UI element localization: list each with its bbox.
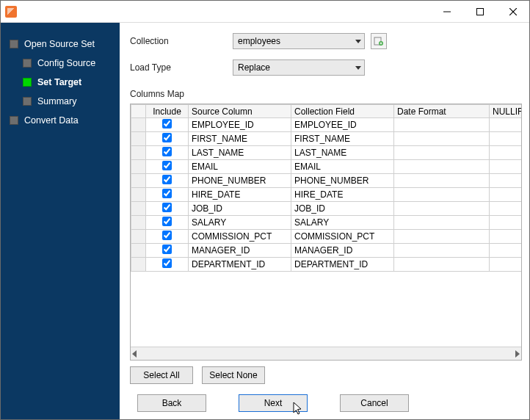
cell-date[interactable] bbox=[394, 132, 490, 146]
header-include[interactable]: Include bbox=[146, 105, 189, 118]
row-header[interactable] bbox=[131, 174, 146, 188]
add-collection-button[interactable] bbox=[371, 33, 387, 49]
cancel-button[interactable]: Cancel bbox=[340, 394, 409, 412]
include-checkbox[interactable] bbox=[162, 217, 172, 226]
cell-nullif[interactable] bbox=[490, 258, 522, 272]
include-checkbox[interactable] bbox=[162, 258, 172, 268]
wizard-step-convert-data[interactable]: Convert Data bbox=[1, 111, 120, 130]
row-header[interactable] bbox=[131, 132, 146, 146]
step-marker-icon bbox=[10, 116, 18, 125]
back-button[interactable]: Back bbox=[137, 394, 206, 412]
row-header[interactable] bbox=[131, 202, 146, 216]
table-row: PHONE_NUMBERPHONE_NUMBER bbox=[131, 174, 522, 188]
include-checkbox[interactable] bbox=[162, 231, 172, 240]
cell-source[interactable]: DEPARTMENT_ID bbox=[189, 258, 291, 272]
cell-include bbox=[146, 244, 189, 258]
row-header[interactable] bbox=[131, 146, 146, 160]
table-row: HIRE_DATEHIRE_DATE bbox=[131, 188, 522, 202]
cell-source[interactable]: MANAGER_ID bbox=[189, 244, 291, 258]
cell-date[interactable] bbox=[394, 230, 490, 244]
cell-source[interactable]: JOB_ID bbox=[189, 202, 291, 216]
cell-source[interactable]: FIRST_NAME bbox=[189, 132, 291, 146]
scroll-left-icon bbox=[132, 350, 137, 358]
cell-date[interactable] bbox=[394, 160, 490, 174]
grid-corner bbox=[131, 105, 146, 118]
cell-source[interactable]: COMMISSION_PCT bbox=[189, 230, 291, 244]
cell-date[interactable] bbox=[394, 188, 490, 202]
cell-date[interactable] bbox=[394, 244, 490, 258]
next-button[interactable]: Next bbox=[239, 394, 308, 412]
cell-date[interactable] bbox=[394, 258, 490, 272]
include-checkbox[interactable] bbox=[162, 245, 172, 254]
table-row: COMMISSION_PCTCOMMISSION_PCT bbox=[131, 230, 522, 244]
cell-nullif[interactable] bbox=[490, 202, 522, 216]
close-button[interactable] bbox=[496, 1, 529, 23]
cell-nullif[interactable] bbox=[490, 132, 522, 146]
wizard-step-summary[interactable]: Summary bbox=[1, 92, 120, 111]
cell-source[interactable]: HIRE_DATE bbox=[189, 188, 291, 202]
row-header[interactable] bbox=[131, 160, 146, 174]
cell-field[interactable]: PHONE_NUMBER bbox=[291, 174, 394, 188]
cell-nullif[interactable] bbox=[490, 174, 522, 188]
include-checkbox[interactable] bbox=[162, 147, 172, 156]
include-checkbox[interactable] bbox=[162, 189, 172, 198]
include-checkbox[interactable] bbox=[162, 175, 172, 184]
row-header[interactable] bbox=[131, 216, 146, 230]
cell-date[interactable] bbox=[394, 174, 490, 188]
collection-dropdown[interactable]: employees bbox=[233, 33, 365, 49]
row-header[interactable] bbox=[131, 244, 146, 258]
cell-field[interactable]: HIRE_DATE bbox=[291, 188, 394, 202]
cell-nullif[interactable] bbox=[490, 230, 522, 244]
table-row: DEPARTMENT_IDDEPARTMENT_ID bbox=[131, 258, 522, 272]
header-nullif[interactable]: NULLIF bbox=[490, 105, 522, 118]
cell-source[interactable]: PHONE_NUMBER bbox=[189, 174, 291, 188]
header-source-column[interactable]: Source Column bbox=[189, 105, 291, 118]
cell-nullif[interactable] bbox=[490, 118, 522, 132]
cell-source[interactable]: SALARY bbox=[189, 216, 291, 230]
maximize-button[interactable] bbox=[463, 1, 496, 23]
cell-include bbox=[146, 258, 189, 272]
cell-field[interactable]: COMMISSION_PCT bbox=[291, 230, 394, 244]
cell-source[interactable]: LAST_NAME bbox=[189, 146, 291, 160]
select-none-button[interactable]: Select None bbox=[202, 366, 265, 384]
table-row: EMPLOYEE_IDEMPLOYEE_ID bbox=[131, 118, 522, 132]
wizard-step-open-source-set[interactable]: Open Source Set bbox=[1, 35, 120, 54]
cell-date[interactable] bbox=[394, 118, 490, 132]
row-header[interactable] bbox=[131, 230, 146, 244]
include-checkbox[interactable] bbox=[162, 133, 172, 142]
minimize-button[interactable] bbox=[430, 1, 463, 23]
header-collection-field[interactable]: Collection Field bbox=[291, 105, 394, 118]
row-header[interactable] bbox=[131, 118, 146, 132]
cell-nullif[interactable] bbox=[490, 188, 522, 202]
cell-field[interactable]: EMPLOYEE_ID bbox=[291, 118, 394, 132]
wizard-step-config-source[interactable]: Config Source bbox=[1, 54, 120, 73]
cell-nullif[interactable] bbox=[490, 216, 522, 230]
cell-date[interactable] bbox=[394, 202, 490, 216]
cell-nullif[interactable] bbox=[490, 244, 522, 258]
loadtype-dropdown-value: Replace bbox=[238, 62, 270, 73]
cell-field[interactable]: EMAIL bbox=[291, 160, 394, 174]
cell-field[interactable]: MANAGER_ID bbox=[291, 244, 394, 258]
cell-date[interactable] bbox=[394, 146, 490, 160]
cell-field[interactable]: FIRST_NAME bbox=[291, 132, 394, 146]
cell-field[interactable]: SALARY bbox=[291, 216, 394, 230]
cell-field[interactable]: LAST_NAME bbox=[291, 146, 394, 160]
step-marker-icon bbox=[23, 97, 32, 106]
include-checkbox[interactable] bbox=[162, 119, 172, 128]
header-date-format[interactable]: Date Format bbox=[394, 105, 490, 118]
row-header[interactable] bbox=[131, 258, 146, 272]
cell-field[interactable]: DEPARTMENT_ID bbox=[291, 258, 394, 272]
row-header[interactable] bbox=[131, 188, 146, 202]
select-all-button[interactable]: Select All bbox=[130, 366, 193, 384]
cell-source[interactable]: EMPLOYEE_ID bbox=[189, 118, 291, 132]
cell-nullif[interactable] bbox=[490, 160, 522, 174]
cell-nullif[interactable] bbox=[490, 146, 522, 160]
include-checkbox[interactable] bbox=[162, 203, 172, 212]
cell-field[interactable]: JOB_ID bbox=[291, 202, 394, 216]
wizard-step-set-target[interactable]: Set Target bbox=[1, 73, 120, 92]
grid-horizontal-scrollbar[interactable] bbox=[131, 347, 521, 360]
include-checkbox[interactable] bbox=[162, 161, 172, 170]
cell-source[interactable]: EMAIL bbox=[189, 160, 291, 174]
loadtype-dropdown[interactable]: Replace bbox=[233, 59, 365, 76]
cell-date[interactable] bbox=[394, 216, 490, 230]
